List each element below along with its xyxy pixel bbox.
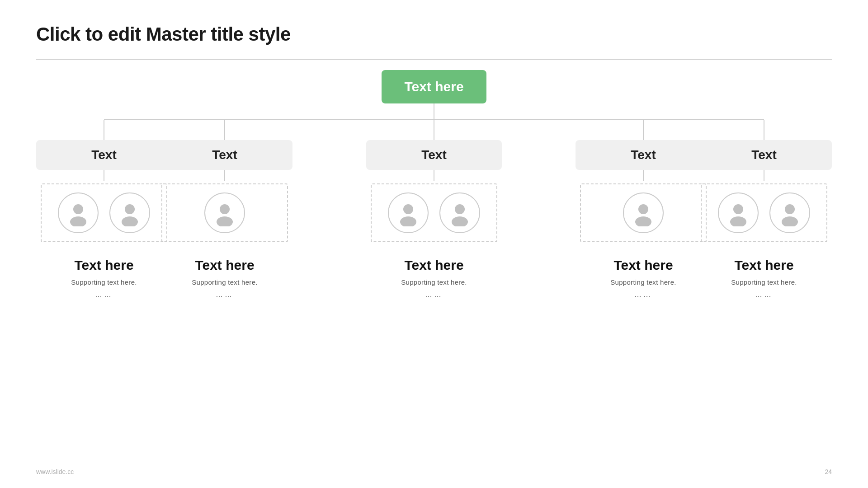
- page-title: Click to edit Master title style: [36, 23, 291, 45]
- svg-point-17: [217, 216, 233, 226]
- svg-point-23: [635, 216, 651, 226]
- svg-point-12: [73, 204, 83, 214]
- dashed-area-3: [371, 183, 497, 242]
- child-column-4: Text: [576, 140, 711, 242]
- svg-point-19: [400, 216, 416, 226]
- avatar-3-1: [388, 192, 429, 233]
- child-box-label-2: Text: [212, 148, 237, 162]
- avatar-3-2: [439, 192, 480, 233]
- bottom-dots-4: ……: [576, 291, 711, 299]
- bottom-dots-5: ……: [696, 291, 832, 299]
- bottom-column-1: Text here Supporting text here. ……: [36, 258, 172, 299]
- avatar-2-1: [204, 192, 245, 233]
- svg-point-21: [452, 216, 468, 226]
- bottom-support-5: Supporting text here.: [696, 278, 832, 286]
- avatar-5-1: [718, 192, 759, 233]
- svg-point-24: [733, 204, 743, 214]
- bottom-dots-1: ……: [36, 291, 172, 299]
- svg-point-14: [125, 204, 135, 214]
- svg-point-15: [122, 216, 138, 226]
- avatar-1-2: [109, 192, 150, 233]
- avatar-4-1: [623, 192, 664, 233]
- svg-point-25: [730, 216, 746, 226]
- bottom-column-5: Text here Supporting text here. ……: [696, 258, 832, 299]
- svg-point-13: [70, 216, 86, 226]
- svg-point-18: [403, 204, 413, 214]
- bottom-heading-5: Text here: [696, 258, 832, 273]
- child-column-2: Text: [157, 140, 292, 242]
- bottom-column-3: Text here Supporting text here. ……: [366, 258, 502, 299]
- svg-point-20: [455, 204, 465, 214]
- bottom-support-1: Supporting text here.: [36, 278, 172, 286]
- child-column-5: Text: [696, 140, 832, 242]
- dashed-area-5: [701, 183, 827, 242]
- svg-point-22: [638, 204, 648, 214]
- child-box-2: Text: [157, 140, 292, 170]
- dashed-area-1: [41, 183, 167, 242]
- svg-point-27: [782, 216, 798, 226]
- bottom-heading-2: Text here: [157, 258, 292, 273]
- child-box-label-5: Text: [751, 148, 777, 162]
- root-node: Text here: [382, 70, 486, 103]
- footer-left: www.islide.cc: [36, 468, 74, 475]
- title-divider: [36, 59, 832, 60]
- bottom-heading-3: Text here: [366, 258, 502, 273]
- bottom-column-4: Text here Supporting text here. ……: [576, 258, 711, 299]
- dashed-area-4: [580, 183, 707, 242]
- root-node-label: Text here: [404, 79, 463, 94]
- svg-point-26: [785, 204, 795, 214]
- bottom-dots-3: ……: [366, 291, 502, 299]
- child-column-1: Text: [36, 140, 172, 242]
- bottom-heading-4: Text here: [576, 258, 711, 273]
- bottom-column-2: Text here Supporting text here. ……: [157, 258, 292, 299]
- bottom-support-4: Supporting text here.: [576, 278, 711, 286]
- child-box-label-4: Text: [631, 148, 656, 162]
- bottom-support-2: Supporting text here.: [157, 278, 292, 286]
- child-box-label-3: Text: [421, 148, 447, 162]
- dashed-area-2: [161, 183, 288, 242]
- footer-right: 24: [825, 468, 832, 475]
- bottom-heading-1: Text here: [36, 258, 172, 273]
- child-box-5: Text: [696, 140, 832, 170]
- bottom-support-3: Supporting text here.: [366, 278, 502, 286]
- child-box-1: Text: [36, 140, 172, 170]
- child-box-4: Text: [576, 140, 711, 170]
- bottom-dots-2: ……: [157, 291, 292, 299]
- avatar-1-1: [58, 192, 99, 233]
- avatar-5-2: [769, 192, 810, 233]
- child-box-3: Text: [366, 140, 502, 170]
- child-column-3: Text: [366, 140, 502, 242]
- svg-point-16: [220, 204, 230, 214]
- child-box-label-1: Text: [91, 148, 117, 162]
